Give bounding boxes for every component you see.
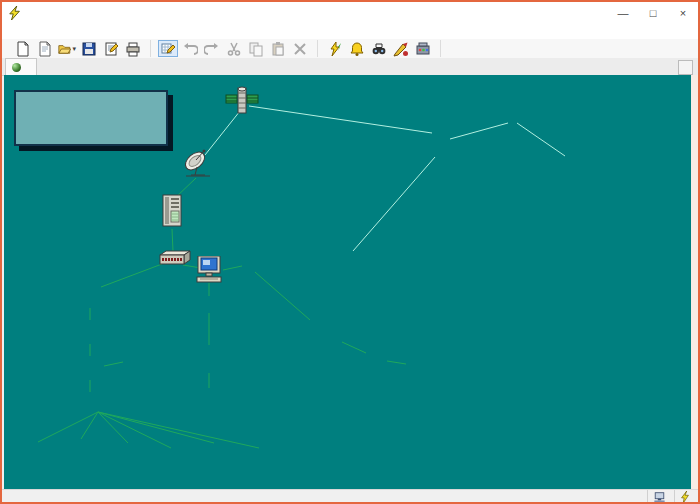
- new-window-button[interactable]: [35, 40, 55, 57]
- dish-icon: [183, 148, 213, 178]
- node-computer[interactable]: [149, 256, 269, 288]
- map-sphere-icon: [12, 63, 21, 72]
- title-bar: — □ ×: [2, 2, 698, 24]
- toolbar-group: ▾: [6, 40, 151, 57]
- server-icon: [159, 194, 185, 228]
- copy-button[interactable]: [246, 40, 266, 57]
- status-bar: [2, 489, 698, 503]
- print-icon: [125, 41, 141, 57]
- toolbar-group: [318, 40, 441, 57]
- edit-mode-icon: [160, 41, 176, 57]
- edit-mode-button[interactable]: [158, 40, 178, 57]
- node-satellite[interactable]: [182, 86, 302, 121]
- inventory-icon: [415, 41, 431, 57]
- new-doc-icon: [15, 41, 31, 57]
- satellite-icon: [225, 86, 259, 116]
- toolbar-group: [151, 40, 318, 57]
- paste-icon: [270, 41, 286, 57]
- new-page-icon: [37, 41, 53, 57]
- computer-icon: [653, 491, 666, 503]
- close-button[interactable]: ×: [668, 2, 698, 24]
- lightning-icon: [680, 491, 690, 503]
- redo-icon: [204, 41, 220, 57]
- dropdown-arrow-icon: ▾: [72, 45, 76, 53]
- minimize-button[interactable]: —: [608, 2, 638, 24]
- status-device-count-panel: [647, 490, 674, 503]
- ping-button[interactable]: [325, 40, 345, 57]
- delete-icon: [292, 41, 308, 57]
- paste-button[interactable]: [268, 40, 288, 57]
- print-button[interactable]: [123, 40, 143, 57]
- undo-button[interactable]: [180, 40, 200, 57]
- fwatcher-button[interactable]: [391, 40, 411, 57]
- tab-bar: [2, 58, 698, 76]
- tab-demo[interactable]: [5, 58, 37, 75]
- maximize-button[interactable]: □: [638, 2, 668, 24]
- app-window: — □ × ▾: [0, 0, 700, 504]
- save-icon: [81, 41, 97, 57]
- open-button[interactable]: ▾: [57, 40, 77, 57]
- node-satellite-dish[interactable]: [138, 148, 258, 183]
- map-title-box[interactable]: [14, 90, 168, 146]
- cut-icon: [226, 41, 242, 57]
- toolbar: ▾: [2, 39, 698, 59]
- app-lightning-icon: [8, 6, 22, 20]
- undo-icon: [182, 41, 198, 57]
- tab-close-icon[interactable]: [678, 60, 693, 75]
- menu-bar: [2, 24, 698, 40]
- properties-button[interactable]: [101, 40, 121, 57]
- delete-button[interactable]: [290, 40, 310, 57]
- map-canvas[interactable]: [4, 75, 691, 489]
- copy-icon: [248, 41, 264, 57]
- ping-bolt-icon: [327, 41, 343, 57]
- save-button[interactable]: [79, 40, 99, 57]
- open-folder-icon: [58, 41, 71, 57]
- node-server[interactable]: [112, 194, 232, 233]
- new-button[interactable]: [13, 40, 33, 57]
- computer-icon: [194, 256, 224, 283]
- find-button[interactable]: [369, 40, 389, 57]
- pen-watch-icon: [393, 41, 409, 57]
- status-timer-panel: [674, 490, 698, 503]
- alarm-bell-icon: [349, 41, 365, 57]
- inventory-button[interactable]: [413, 40, 433, 57]
- redo-button[interactable]: [202, 40, 222, 57]
- edit-doc-icon: [103, 41, 119, 57]
- cut-button[interactable]: [224, 40, 244, 57]
- canvas-right-gutter: [691, 75, 698, 489]
- notification-button[interactable]: [347, 40, 367, 57]
- binoculars-icon: [371, 41, 387, 57]
